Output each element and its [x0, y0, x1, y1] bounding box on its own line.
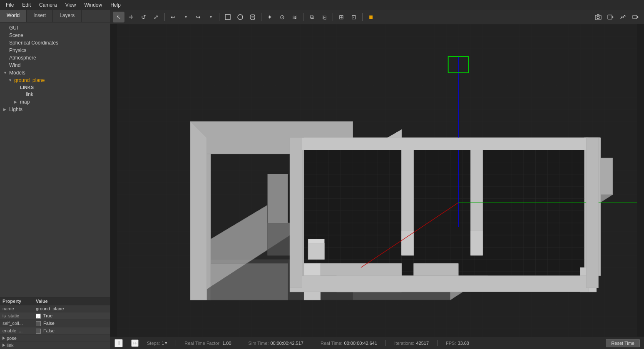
- tool-snap[interactable]: ⊡: [348, 12, 360, 22]
- prop-row-name[interactable]: name ground_plane: [0, 305, 110, 312]
- tool-undo-dropdown[interactable]: ▾: [180, 12, 191, 22]
- tool-spot-light[interactable]: ⊙: [276, 12, 288, 22]
- prop-name-enable: enable_...: [0, 327, 33, 334]
- svg-point-2: [251, 15, 255, 16]
- tool-sphere[interactable]: [234, 12, 246, 22]
- steps-dropdown-arrow: ▾: [165, 340, 167, 346]
- tool-translate[interactable]: ✛: [125, 12, 137, 22]
- toolbar-sep-3: [261, 13, 261, 21]
- tree-item-atmosphere[interactable]: Atmosphere: [0, 54, 110, 62]
- svg-marker-69: [402, 231, 414, 255]
- svg-marker-67: [402, 150, 414, 231]
- tab-layers[interactable]: Layers: [53, 10, 82, 22]
- properties-table: Property Value name ground_plane is_stat…: [0, 297, 110, 349]
- steps-label: Steps:: [147, 341, 160, 346]
- tool-paste[interactable]: ⎗: [318, 12, 330, 22]
- tool-video-icon[interactable]: [630, 12, 642, 22]
- sim-time-label: Sim Time:: [249, 341, 269, 346]
- rtf-value: 1.00: [222, 341, 231, 346]
- tool-plot-icon[interactable]: [617, 12, 629, 22]
- iterations-label: Iterations:: [394, 341, 414, 346]
- menu-file[interactable]: File: [2, 1, 18, 9]
- tab-bar: World Insert Layers: [0, 10, 110, 22]
- tree-item-lights[interactable]: ▶ Lights: [0, 106, 110, 113]
- prop-val-name: ground_plane: [33, 305, 110, 312]
- tree-item-spherical[interactable]: Spherical Coordinates: [0, 39, 110, 47]
- prop-row-self-coll[interactable]: self_coll... False: [0, 319, 110, 327]
- status-sep-3: [312, 340, 312, 346]
- tool-align[interactable]: ⊞: [336, 12, 347, 22]
- tree-item-link[interactable]: link: [0, 91, 110, 98]
- prop-row-enable[interactable]: enable_... False: [0, 327, 110, 334]
- prop-row-is-static[interactable]: is_static ✓ True: [0, 312, 110, 319]
- tree-arrow-models: ▼: [3, 71, 7, 75]
- step-button[interactable]: ⏭: [131, 339, 139, 347]
- properties-panel: Property Value name ground_plane is_stat…: [0, 297, 110, 349]
- tree-item-ground-plane[interactable]: ▼ ground_plane: [0, 77, 110, 84]
- tool-orange-box[interactable]: ■: [365, 12, 377, 22]
- tree-item-models[interactable]: ▼ Models: [0, 69, 110, 77]
- svg-marker-72: [414, 263, 458, 275]
- real-time: Real Time: 00:00:00:42.641: [321, 341, 377, 346]
- prop-row-link[interactable]: link: [0, 342, 110, 349]
- prop-expand-link[interactable]: link: [0, 342, 110, 349]
- tree-item-links[interactable]: LINKS: [0, 84, 110, 91]
- is-static-checkbox[interactable]: ✓: [36, 314, 41, 319]
- self-coll-checkbox[interactable]: [36, 321, 41, 326]
- toolbar-sep-2: [219, 13, 219, 21]
- prop-val-is-static: ✓ True: [33, 312, 110, 319]
- tree-label-gui: GUI: [9, 25, 18, 31]
- tool-scale[interactable]: ⤢: [150, 12, 162, 22]
- tool-dir-light[interactable]: ≋: [289, 12, 301, 22]
- fps: FPS: 33.60: [446, 341, 469, 346]
- tool-redo[interactable]: ↪: [192, 12, 204, 22]
- svg-rect-10: [633, 15, 637, 19]
- tool-point-light[interactable]: ✦: [264, 12, 276, 22]
- viewport[interactable]: [110, 24, 644, 337]
- fps-label: FPS:: [446, 341, 456, 346]
- tree-item-wind[interactable]: Wind: [0, 62, 110, 69]
- menu-help[interactable]: Help: [106, 1, 125, 9]
- tool-rotate[interactable]: ↺: [138, 12, 149, 22]
- tool-copy[interactable]: ⧉: [306, 12, 318, 22]
- status-sep-5: [437, 340, 438, 346]
- steps-dropdown[interactable]: 1 ▾: [162, 340, 167, 346]
- sim-time: Sim Time: 00:00:00:42.517: [249, 341, 303, 346]
- tab-world[interactable]: World: [0, 10, 27, 22]
- pause-button[interactable]: ⏸: [114, 339, 123, 347]
- svg-point-7: [597, 16, 599, 19]
- tool-undo[interactable]: ↩: [167, 12, 179, 22]
- toolbar-sep-5: [333, 13, 333, 21]
- tool-cylinder[interactable]: [247, 12, 259, 22]
- svg-point-1: [238, 15, 243, 20]
- tab-insert[interactable]: Insert: [27, 10, 53, 22]
- prop-row-pose[interactable]: pose: [0, 335, 110, 342]
- reset-time-button[interactable]: Reset Time: [606, 339, 640, 347]
- svg-marker-9: [612, 16, 614, 18]
- tool-select[interactable]: ↖: [113, 12, 124, 22]
- svg-marker-70: [470, 231, 482, 255]
- menu-camera[interactable]: Camera: [35, 1, 61, 9]
- tree-arrow-lights: ▶: [3, 107, 7, 111]
- iterations: Iterations: 42517: [394, 341, 429, 346]
- menu-window[interactable]: Window: [80, 1, 107, 9]
- real-time-value: 00:00:00:42.641: [344, 341, 378, 346]
- steps-value: 1: [162, 341, 164, 346]
- tree-item-gui[interactable]: GUI: [0, 24, 110, 32]
- tool-camera-icon[interactable]: [592, 12, 604, 22]
- tree-label-scene: Scene: [9, 32, 23, 38]
- tool-redo-dropdown[interactable]: ▾: [205, 12, 216, 22]
- tree-item-map[interactable]: ▶ map: [0, 98, 110, 106]
- enable-checkbox[interactable]: [36, 329, 41, 334]
- tree-item-physics[interactable]: Physics: [0, 47, 110, 54]
- menu-view[interactable]: View: [61, 1, 80, 9]
- steps-control: Steps: 1 ▾: [147, 340, 167, 346]
- tree-label-links: LINKS: [20, 85, 34, 90]
- menu-edit[interactable]: Edit: [18, 1, 35, 9]
- prop-expand-pose[interactable]: pose: [0, 335, 110, 342]
- tool-box[interactable]: [222, 12, 234, 22]
- svg-rect-85: [290, 276, 588, 292]
- tree-item-scene[interactable]: Scene: [0, 32, 110, 39]
- svg-rect-0: [225, 15, 230, 20]
- tool-record-icon[interactable]: [605, 12, 617, 22]
